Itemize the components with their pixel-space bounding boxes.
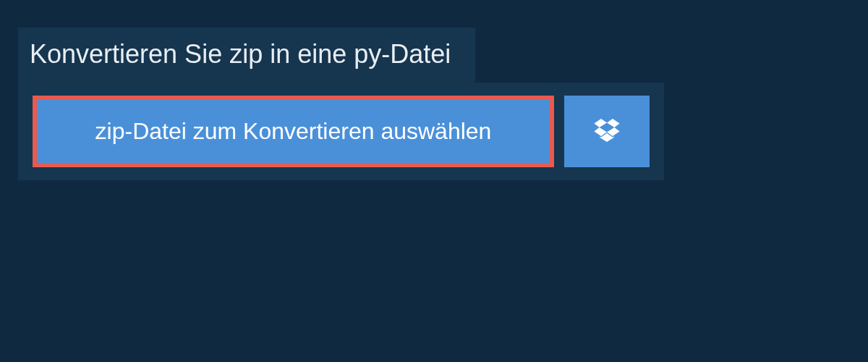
page-title-text: Konvertieren Sie zip in eine py-Datei (30, 39, 451, 69)
upload-panel: zip-Datei zum Konvertieren auswählen (18, 83, 664, 180)
page-title: Konvertieren Sie zip in eine py-Datei (18, 28, 475, 83)
select-file-button-label: zip-Datei zum Konvertieren auswählen (95, 118, 492, 145)
dropbox-button[interactable] (564, 96, 650, 167)
select-file-button[interactable]: zip-Datei zum Konvertieren auswählen (33, 96, 554, 167)
dropbox-icon (592, 116, 621, 147)
